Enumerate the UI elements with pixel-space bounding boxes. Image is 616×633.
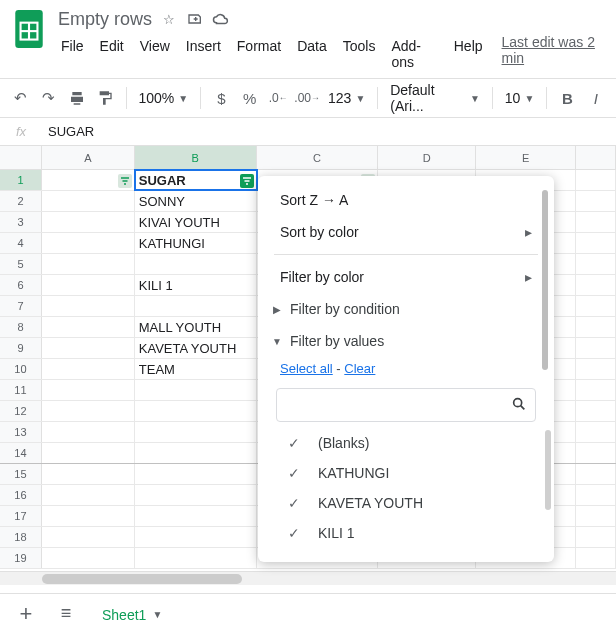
cell[interactable] [576,212,616,232]
cell[interactable] [42,527,135,547]
cell[interactable] [42,485,135,505]
cell[interactable] [135,548,257,568]
cell[interactable] [576,422,616,442]
select-all-link[interactable]: Select all [280,361,333,376]
cell[interactable]: MALL YOUTH [135,317,257,337]
paint-format-button[interactable] [93,85,117,111]
decrease-decimal-button[interactable]: .0← [266,85,290,111]
percent-button[interactable]: % [238,85,262,111]
cell[interactable]: SONNY [135,191,257,211]
cell[interactable] [135,422,257,442]
cell[interactable] [576,191,616,211]
cell[interactable] [42,212,135,232]
cell[interactable] [576,506,616,526]
cell[interactable] [576,359,616,379]
cell[interactable]: KAVETA YOUTH [135,338,257,358]
filter-value-item[interactable]: ✓KATHUNGI [258,458,554,488]
cell[interactable] [576,485,616,505]
formula-input[interactable]: SUGAR [42,124,94,139]
cell[interactable] [42,338,135,358]
row-header[interactable]: 14 [0,443,42,463]
col-header-f[interactable] [576,146,616,169]
cell[interactable] [135,254,257,274]
cell[interactable] [42,170,135,190]
cell[interactable] [42,548,135,568]
row-header[interactable]: 8 [0,317,42,337]
col-header-b[interactable]: B [135,146,257,169]
row-header[interactable]: 11 [0,380,42,400]
menu-help[interactable]: Help [447,34,490,74]
redo-button[interactable]: ↷ [36,85,60,111]
select-all-corner[interactable] [0,146,42,169]
cell[interactable]: KIVAI YOUTH [135,212,257,232]
menu-file[interactable]: File [54,34,91,74]
cell[interactable] [42,401,135,421]
menu-view[interactable]: View [133,34,177,74]
cell-active[interactable]: SUGAR [135,170,257,190]
row-header[interactable]: 5 [0,254,42,274]
cell[interactable] [42,191,135,211]
doc-title[interactable]: Empty rows [52,9,152,30]
cell[interactable] [42,443,135,463]
cell[interactable] [576,233,616,253]
cell[interactable] [576,464,616,484]
font-size-dropdown[interactable]: 10▼ [501,90,538,106]
star-icon[interactable]: ☆ [160,12,178,27]
currency-button[interactable]: $ [209,85,233,111]
cell[interactable] [42,464,135,484]
menu-edit[interactable]: Edit [93,34,131,74]
sort-by-color-item[interactable]: Sort by color▸ [258,216,554,248]
col-header-e[interactable]: E [476,146,576,169]
italic-button[interactable]: I [584,85,608,111]
row-header[interactable]: 18 [0,527,42,547]
row-header[interactable]: 2 [0,191,42,211]
cell[interactable] [135,527,257,547]
filter-by-condition-item[interactable]: ▶Filter by condition [258,293,554,325]
row-header[interactable]: 3 [0,212,42,232]
row-header[interactable]: 1 [0,170,42,190]
row-header[interactable]: 6 [0,275,42,295]
row-header[interactable]: 19 [0,548,42,568]
cell[interactable] [135,443,257,463]
filter-by-values-item[interactable]: ▼Filter by values [258,325,554,357]
cell[interactable] [576,527,616,547]
row-header[interactable]: 16 [0,485,42,505]
cell[interactable] [42,506,135,526]
cell[interactable] [42,422,135,442]
cell[interactable]: KILI 1 [135,275,257,295]
horizontal-scrollbar[interactable] [0,571,616,585]
cell[interactable] [42,380,135,400]
cell[interactable] [135,401,257,421]
cloud-status-icon[interactable] [212,12,230,26]
increase-decimal-button[interactable]: .00→ [294,85,320,111]
cell[interactable] [576,275,616,295]
filter-by-color-item[interactable]: Filter by color▸ [258,261,554,293]
values-scrollbar[interactable] [545,430,551,510]
bold-button[interactable]: B [555,85,579,111]
cell[interactable] [135,380,257,400]
sheets-logo-icon[interactable] [14,10,44,48]
cell[interactable] [135,506,257,526]
cell[interactable] [135,296,257,316]
zoom-dropdown[interactable]: 100%▼ [135,90,193,106]
sort-za-item[interactable]: Sort Z → A [258,184,554,216]
row-header[interactable]: 12 [0,401,42,421]
move-icon[interactable] [186,11,204,27]
row-header[interactable]: 13 [0,422,42,442]
menu-tools[interactable]: Tools [336,34,383,74]
cell[interactable] [576,443,616,463]
col-header-c[interactable]: C [257,146,379,169]
row-header[interactable]: 15 [0,464,42,484]
add-sheet-button[interactable]: + [8,596,44,632]
row-header[interactable]: 10 [0,359,42,379]
clear-link[interactable]: Clear [344,361,375,376]
menu-addons[interactable]: Add-ons [384,34,444,74]
filter-value-item[interactable]: ✓KAVETA YOUTH [258,488,554,518]
filter-value-item[interactable]: ✓(Blanks) [258,428,554,458]
row-header[interactable]: 4 [0,233,42,253]
cell[interactable] [576,170,616,190]
cell[interactable] [42,296,135,316]
cell[interactable] [135,485,257,505]
cell[interactable] [576,338,616,358]
row-header[interactable]: 7 [0,296,42,316]
